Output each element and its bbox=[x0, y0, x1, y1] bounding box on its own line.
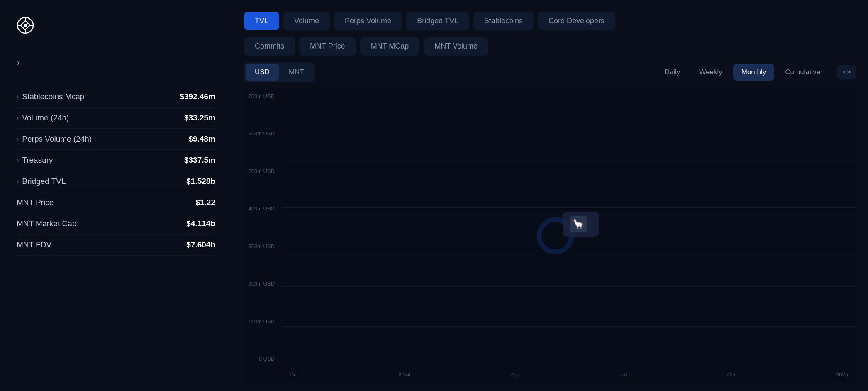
tabs-row-1: TVLVolumePerps VolumeBridged TVLStableco… bbox=[244, 12, 856, 30]
controls-row: USDMNT DailyWeeklyMonthlyCumulative <> bbox=[244, 62, 856, 82]
left-panel: › › Stablecoins Mcap $392.46m › Volume (… bbox=[0, 0, 232, 391]
metric-value: $392.46m bbox=[180, 92, 215, 101]
metric-label: MNT Price bbox=[17, 198, 54, 207]
x-axis-label: Apr bbox=[511, 371, 519, 378]
currency-toggle: USDMNT bbox=[244, 62, 315, 82]
metric-value: $7.604b bbox=[186, 240, 215, 249]
metric-label: › Treasury bbox=[17, 156, 53, 165]
metric-label: › Bridged TVL bbox=[17, 177, 66, 186]
metric-row: MNT FDV $7.604b bbox=[17, 235, 215, 256]
x-axis-label: 2024 bbox=[398, 371, 410, 378]
tabs-row-2: CommitsMNT PriceMNT MCapMNT Volume bbox=[244, 37, 856, 56]
y-axis-label: 0 USD bbox=[247, 356, 278, 362]
x-axis-label: Jul bbox=[620, 371, 627, 378]
y-axis-label: 500m USD bbox=[247, 168, 278, 174]
metric-label: › Volume (24h) bbox=[17, 113, 69, 122]
metric-label: › Stablecoins Mcap bbox=[17, 92, 84, 101]
metric-chevron-icon: › bbox=[17, 135, 19, 143]
tab-mnt-mcap[interactable]: MNT MCap bbox=[360, 37, 420, 56]
currency-usd-button[interactable]: USD bbox=[246, 64, 279, 81]
metric-value: $1.22 bbox=[195, 198, 215, 207]
svg-point-1 bbox=[24, 24, 27, 27]
metric-chevron-icon: › bbox=[17, 156, 19, 164]
tab-core-developers[interactable]: Core Developers bbox=[538, 12, 615, 30]
metric-value: $337.5m bbox=[184, 156, 215, 165]
tvl-value-row: › bbox=[17, 57, 215, 68]
x-axis-label: 2025 bbox=[836, 371, 848, 378]
time-cumulative-button[interactable]: Cumulative bbox=[777, 64, 829, 81]
tab-volume[interactable]: Volume bbox=[283, 12, 330, 30]
metric-row: MNT Market Cap $4.114b bbox=[17, 213, 215, 235]
metric-row[interactable]: › Stablecoins Mcap $392.46m bbox=[17, 86, 215, 108]
currency-mnt-button[interactable]: MNT bbox=[280, 64, 313, 81]
y-axis: 0 USD100m USD200m USD300m USD400m USD500… bbox=[244, 89, 281, 366]
metric-row[interactable]: › Perps Volume (24h) $9.48m bbox=[17, 129, 215, 150]
metrics-list: › Stablecoins Mcap $392.46m › Volume (24… bbox=[17, 86, 215, 256]
mantle-logo-icon bbox=[17, 17, 34, 34]
embed-button[interactable]: <> bbox=[837, 65, 856, 79]
metric-row[interactable]: › Treasury $337.5m bbox=[17, 150, 215, 171]
y-axis-label: 100m USD bbox=[247, 318, 278, 325]
metric-label: › Perps Volume (24h) bbox=[17, 134, 92, 144]
chart-area: 🦙 0 USD100m USD200m USD300m USD400m USD5… bbox=[244, 89, 856, 383]
chart-svg bbox=[281, 89, 856, 376]
metric-value: $33.25m bbox=[184, 113, 215, 122]
metric-value: $1.528b bbox=[186, 177, 215, 186]
x-axis-label: Oct bbox=[727, 371, 736, 378]
metric-value: $9.48m bbox=[189, 134, 215, 144]
tab-mnt-volume[interactable]: MNT Volume bbox=[424, 37, 488, 56]
logo-row bbox=[17, 17, 215, 34]
metric-label: MNT Market Cap bbox=[17, 219, 76, 228]
x-axis-label: Oct bbox=[290, 371, 298, 378]
metric-chevron-icon: › bbox=[17, 114, 19, 122]
tab-tvl[interactable]: TVL bbox=[244, 12, 279, 30]
tab-perps-volume[interactable]: Perps Volume bbox=[334, 12, 402, 30]
time-monthly-button[interactable]: Monthly bbox=[733, 64, 775, 81]
metric-label: MNT FDV bbox=[17, 240, 51, 249]
metric-row: MNT Price $1.22 bbox=[17, 192, 215, 213]
metric-row[interactable]: › Bridged TVL $1.528b bbox=[17, 171, 215, 192]
time-weekly-button[interactable]: Weekly bbox=[691, 64, 730, 81]
tab-commits[interactable]: Commits bbox=[244, 37, 295, 56]
right-panel: TVLVolumePerps VolumeBridged TVLStableco… bbox=[232, 0, 868, 391]
tvl-chevron-icon: › bbox=[17, 57, 20, 68]
y-axis-label: 400m USD bbox=[247, 205, 278, 212]
metric-chevron-icon: › bbox=[17, 93, 19, 100]
tab-bridged-tvl[interactable]: Bridged TVL bbox=[406, 12, 469, 30]
tab-mnt-price[interactable]: MNT Price bbox=[299, 37, 356, 56]
metric-value: $4.114b bbox=[186, 219, 215, 228]
y-axis-label: 200m USD bbox=[247, 281, 278, 287]
y-axis-label: 700m USD bbox=[247, 93, 278, 99]
metric-chevron-icon: › bbox=[17, 178, 19, 185]
y-axis-label: 300m USD bbox=[247, 243, 278, 249]
tab-stablecoins[interactable]: Stablecoins bbox=[473, 12, 534, 30]
metric-row[interactable]: › Volume (24h) $33.25m bbox=[17, 108, 215, 129]
y-axis-label: 600m USD bbox=[247, 130, 278, 137]
time-daily-button[interactable]: Daily bbox=[656, 64, 689, 81]
time-buttons: DailyWeeklyMonthlyCumulative bbox=[656, 64, 829, 81]
x-axis: Oct2024AprJulOct2025 bbox=[281, 366, 856, 383]
